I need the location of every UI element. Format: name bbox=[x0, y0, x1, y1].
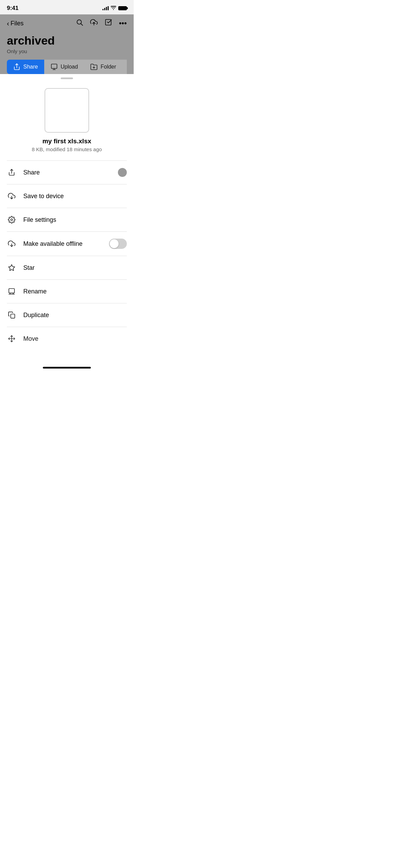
menu-item-star[interactable]: Star bbox=[0, 256, 134, 279]
share-action-label: Share bbox=[23, 64, 38, 70]
menu-offline-label: Make available offline bbox=[23, 240, 109, 248]
grey-dot bbox=[118, 168, 127, 177]
file-meta: 8 KB, modified 18 minutes ago bbox=[32, 146, 102, 152]
move-icon bbox=[7, 334, 16, 343]
nav-actions: ••• bbox=[76, 19, 127, 28]
menu-save-label: Save to device bbox=[23, 193, 127, 200]
signal-bars-icon bbox=[102, 6, 109, 10]
menu-star-label: Star bbox=[23, 264, 127, 272]
search-button[interactable] bbox=[76, 19, 83, 28]
menu-settings-label: File settings bbox=[23, 216, 127, 224]
svg-rect-16 bbox=[9, 289, 15, 293]
menu-item-share[interactable]: Share bbox=[0, 161, 134, 184]
battery-icon bbox=[118, 6, 127, 10]
menu-share-label: Share bbox=[23, 169, 118, 176]
file-name: my first xls.xlsx bbox=[42, 137, 92, 145]
svg-line-1 bbox=[81, 24, 83, 25]
file-preview-area: my first xls.xlsx 8 KB, modified 18 minu… bbox=[0, 81, 134, 160]
status-time: 9:41 bbox=[7, 5, 19, 12]
folder-title: archived bbox=[7, 34, 127, 47]
settings-icon bbox=[7, 215, 16, 225]
status-icons bbox=[102, 6, 127, 11]
folder-header: archived Only you bbox=[7, 32, 127, 60]
svg-rect-3 bbox=[106, 20, 111, 25]
folder-action-button[interactable]: Folder bbox=[84, 60, 122, 74]
toggle-knob bbox=[110, 239, 119, 248]
select-button[interactable] bbox=[105, 19, 112, 28]
status-bar: 9:41 bbox=[0, 0, 134, 14]
menu-duplicate-label: Duplicate bbox=[23, 312, 127, 319]
offline-icon bbox=[7, 239, 16, 249]
upload-action-button[interactable]: Upload bbox=[44, 60, 84, 74]
sheet-handle-area bbox=[0, 74, 134, 81]
menu-item-save-to-device[interactable]: Save to device bbox=[0, 184, 134, 208]
svg-point-13 bbox=[11, 219, 13, 221]
svg-rect-20 bbox=[11, 314, 15, 318]
star-icon bbox=[7, 263, 16, 273]
svg-marker-15 bbox=[9, 265, 15, 270]
action-buttons-row: Share Upload Folder Offline bbox=[7, 60, 127, 74]
menu-item-move[interactable]: Move bbox=[0, 327, 134, 350]
more-button[interactable]: ••• bbox=[119, 19, 127, 28]
background-area: ‹ Files ••• archived Only you Share bbox=[0, 14, 134, 74]
offline-toggle[interactable] bbox=[109, 239, 127, 249]
folder-action-label: Folder bbox=[100, 64, 116, 70]
menu-item-offline[interactable]: Make available offline bbox=[0, 232, 134, 256]
menu-item-duplicate[interactable]: Duplicate bbox=[0, 303, 134, 327]
file-thumbnail bbox=[45, 88, 89, 133]
rename-icon bbox=[7, 287, 16, 296]
sheet-handle bbox=[61, 77, 73, 79]
menu-item-rename[interactable]: Rename bbox=[0, 280, 134, 303]
top-nav: ‹ Files ••• bbox=[7, 14, 127, 32]
back-label: Files bbox=[11, 20, 24, 27]
home-bar bbox=[43, 367, 91, 369]
wifi-icon bbox=[111, 6, 116, 11]
menu-rename-label: Rename bbox=[23, 288, 127, 295]
save-icon bbox=[7, 191, 16, 201]
share-indicator bbox=[118, 168, 127, 177]
offline-toggle-container[interactable] bbox=[109, 239, 127, 249]
back-chevron-icon: ‹ bbox=[7, 20, 9, 27]
duplicate-icon bbox=[7, 310, 16, 320]
menu-move-label: Move bbox=[23, 335, 127, 342]
home-indicator bbox=[0, 364, 134, 370]
bottom-sheet: my first xls.xlsx 8 KB, modified 18 minu… bbox=[0, 74, 134, 364]
share-icon bbox=[7, 168, 16, 177]
back-button[interactable]: ‹ Files bbox=[7, 20, 24, 27]
svg-rect-5 bbox=[51, 64, 57, 69]
upload-button[interactable] bbox=[90, 19, 98, 28]
menu-item-file-settings[interactable]: File settings bbox=[0, 208, 134, 231]
share-action-button[interactable]: Share bbox=[7, 60, 44, 74]
offline-action-button[interactable]: Offline bbox=[122, 60, 127, 74]
folder-subtitle: Only you bbox=[7, 48, 127, 54]
upload-action-label: Upload bbox=[61, 64, 78, 70]
